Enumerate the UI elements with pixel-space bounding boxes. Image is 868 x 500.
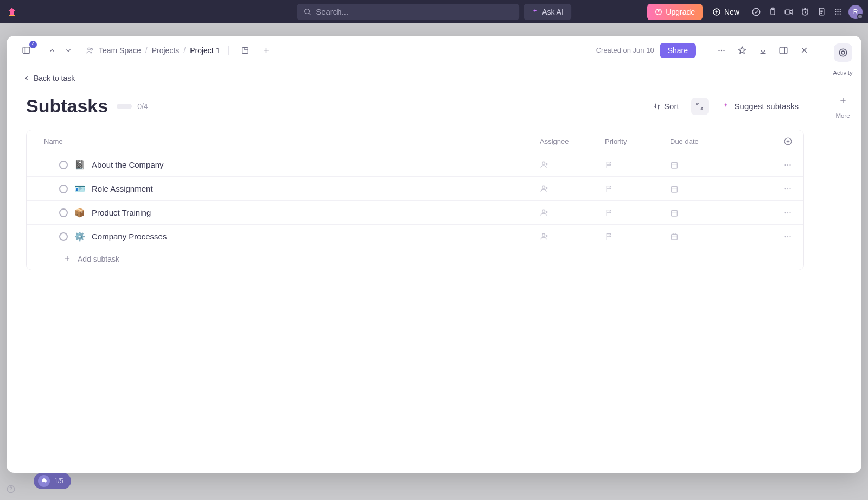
sidebar-toggle-button[interactable]	[18, 43, 34, 58]
table-row[interactable]: ⚙️ Company Processes	[27, 225, 803, 248]
header-separator	[705, 46, 705, 55]
status-circle[interactable]	[59, 232, 68, 241]
due-date-button[interactable]	[670, 208, 680, 217]
priority-button[interactable]	[605, 185, 615, 193]
back-to-task-link[interactable]: Back to task	[23, 74, 807, 83]
ask-ai-label: Ask AI	[542, 8, 564, 16]
help-button[interactable]	[5, 484, 16, 495]
header-right: Created on Jun 10 Share	[596, 43, 812, 58]
task-modal: Team Space / Projects / Project 1 Create…	[7, 36, 861, 473]
app-logo[interactable]	[5, 5, 18, 18]
check-circle-icon[interactable]	[751, 7, 762, 17]
table-row[interactable]: 🪪 Role Assignment	[27, 177, 803, 201]
row-more-button[interactable]	[783, 232, 793, 242]
breadcrumb-projects[interactable]: Projects	[152, 46, 180, 55]
svg-point-15	[839, 11, 840, 12]
notepad-icon[interactable]	[816, 7, 827, 17]
subtasks-table: Name Assignee Priority Due date 📓 About …	[26, 130, 804, 270]
search-cluster: Search... Ask AI	[297, 4, 571, 20]
svg-rect-36	[672, 186, 678, 192]
upgrade-icon	[655, 8, 662, 16]
svg-point-22	[91, 48, 92, 50]
due-date-button[interactable]	[670, 232, 680, 241]
svg-point-13	[835, 11, 836, 12]
due-date-button[interactable]	[670, 185, 680, 193]
status-circle[interactable]	[59, 185, 68, 193]
upgrade-button[interactable]: Upgrade	[647, 4, 703, 20]
side-add-button[interactable]	[839, 96, 847, 105]
sort-button[interactable]: Sort	[649, 98, 684, 114]
breadcrumb-space[interactable]: Team Space	[99, 46, 141, 55]
video-icon[interactable]	[783, 7, 794, 17]
assignee-button[interactable]	[540, 208, 550, 217]
clipboard-icon[interactable]	[767, 7, 778, 17]
row-more-button[interactable]	[783, 184, 793, 194]
suggest-label: Suggest subtasks	[735, 102, 799, 111]
svg-point-40	[542, 210, 545, 212]
add-column-button[interactable]	[783, 137, 793, 146]
svg-rect-41	[672, 210, 678, 216]
svg-point-17	[837, 14, 838, 15]
svg-line-1	[309, 13, 311, 15]
modal-main: Team Space / Projects / Project 1 Create…	[7, 36, 824, 473]
add-button[interactable]	[258, 43, 273, 58]
upgrade-label: Upgrade	[666, 8, 695, 16]
status-circle[interactable]	[59, 208, 68, 217]
collapse-button[interactable]	[691, 98, 709, 115]
svg-point-39	[789, 188, 790, 189]
side-separator	[835, 86, 851, 86]
assignee-button[interactable]	[540, 160, 550, 169]
row-more-button[interactable]	[783, 160, 793, 170]
clock-icon[interactable]	[800, 7, 810, 17]
table-row[interactable]: 📓 About the Company	[27, 153, 803, 177]
created-on-text: Created on Jun 10	[596, 46, 654, 54]
task-emoji: 📦	[74, 207, 85, 218]
search-icon	[303, 8, 311, 16]
new-button[interactable]: New	[712, 8, 739, 16]
app-topbar: Search... Ask AI Upgrade New R	[0, 0, 868, 23]
user-avatar[interactable]: R	[848, 5, 863, 19]
add-subtask-button[interactable]: Add subtask	[27, 248, 803, 270]
suggest-subtasks-button[interactable]: Suggest subtasks	[716, 98, 804, 114]
breadcrumb-sep: /	[183, 46, 186, 55]
star-button[interactable]	[735, 43, 750, 58]
task-emoji: 🪪	[74, 183, 85, 194]
header-left: Team Space / Projects / Project 1	[18, 43, 273, 58]
assignee-button[interactable]	[540, 232, 550, 241]
svg-point-50	[839, 49, 847, 56]
apps-grid-icon[interactable]	[832, 7, 843, 17]
svg-point-49	[789, 236, 790, 237]
priority-button[interactable]	[605, 208, 615, 217]
prev-task-button[interactable]	[44, 43, 60, 58]
due-date-button[interactable]	[670, 161, 680, 169]
people-icon	[86, 46, 94, 55]
minimize-button[interactable]	[755, 43, 770, 58]
ask-ai-button[interactable]: Ask AI	[524, 4, 571, 20]
topbar-separator	[745, 7, 745, 17]
priority-button[interactable]	[605, 232, 615, 241]
assignee-button[interactable]	[540, 184, 550, 193]
more-menu-button[interactable]	[714, 43, 729, 58]
activity-button[interactable]	[834, 43, 852, 62]
progress-text: 0/4	[137, 102, 148, 111]
svg-point-47	[784, 236, 786, 237]
status-circle[interactable]	[59, 161, 68, 169]
task-emoji: ⚙️	[74, 231, 85, 242]
next-task-button[interactable]	[61, 43, 76, 58]
sort-label: Sort	[664, 102, 679, 111]
svg-rect-23	[242, 47, 248, 53]
breadcrumb-project[interactable]: Project 1	[190, 46, 220, 55]
page-title: Subtasks	[26, 96, 108, 117]
global-search[interactable]: Search...	[297, 4, 519, 20]
expand-sidebar-button[interactable]	[776, 43, 791, 58]
close-button[interactable]	[796, 43, 812, 58]
row-more-button[interactable]	[783, 208, 793, 218]
share-button[interactable]: Share	[660, 43, 696, 58]
onboarding-pill[interactable]: 1/5	[34, 473, 71, 489]
table-row[interactable]: 📦 Product Training	[27, 201, 803, 225]
new-tab-icon[interactable]	[238, 43, 253, 58]
priority-button[interactable]	[605, 161, 615, 169]
svg-rect-7	[785, 10, 790, 14]
breadcrumb: Team Space / Projects / Project 1	[86, 46, 220, 55]
task-name: About the Company	[92, 160, 164, 169]
